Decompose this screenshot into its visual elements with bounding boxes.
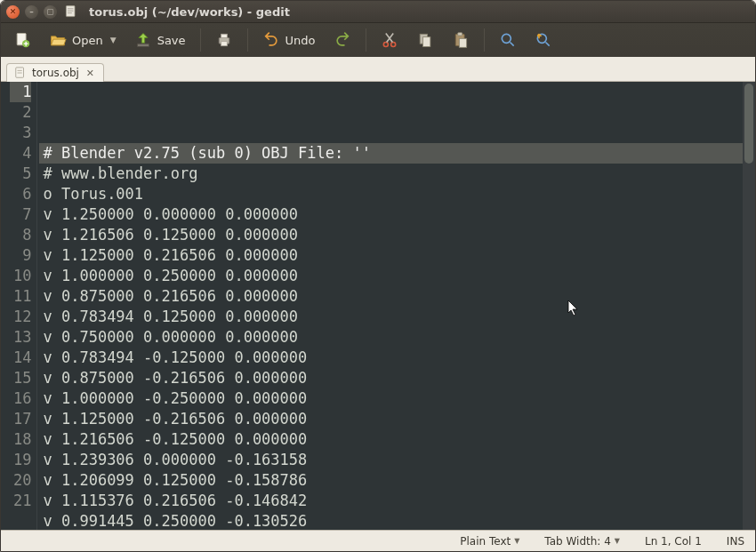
svg-rect-16	[459, 38, 466, 47]
titlebar: ✕ – ▢ torus.obj (~/dev/works) - gedit	[1, 1, 755, 23]
insert-mode-indicator[interactable]: INS	[727, 535, 744, 548]
svg-point-10	[383, 43, 388, 47]
toolbar-separator	[200, 28, 201, 52]
undo-label: Undo	[286, 34, 316, 47]
line-number: 15	[10, 368, 31, 388]
save-icon	[134, 31, 152, 49]
window-minimize-button[interactable]: –	[25, 5, 38, 19]
code-line[interactable]: # www.blender.org	[39, 164, 743, 184]
open-folder-icon	[49, 31, 67, 49]
scrollbar-thumb[interactable]	[744, 84, 753, 164]
save-button[interactable]: Save	[129, 29, 191, 51]
open-button[interactable]: Open ▼	[44, 29, 122, 51]
new-file-icon	[13, 31, 31, 49]
code-line[interactable]: v 0.875000 -0.216506 0.000000	[39, 368, 743, 388]
code-line[interactable]: v 0.991445 0.250000 -0.130526	[39, 511, 743, 530]
line-number-gutter: 123456789101112131415161718192021	[1, 82, 37, 530]
code-line[interactable]: v 1.000000 -0.250000 0.000000	[39, 388, 743, 409]
toolbar-separator	[247, 28, 248, 52]
vertical-scrollbar[interactable]	[743, 82, 755, 530]
code-line[interactable]: v 1.000000 0.250000 0.000000	[39, 266, 743, 286]
code-line[interactable]: v 1.250000 0.000000 0.000000	[39, 204, 743, 225]
line-number: 21	[10, 491, 31, 511]
svg-rect-8	[221, 34, 227, 37]
code-line[interactable]: v 1.239306 0.000000 -0.163158	[39, 450, 743, 470]
line-number: 5	[10, 164, 31, 184]
undo-icon	[262, 31, 280, 49]
line-number: 17	[10, 409, 31, 429]
line-number: 7	[10, 204, 31, 225]
svg-rect-13	[422, 37, 430, 47]
dropdown-arrow-icon: ▼	[615, 537, 620, 545]
tab-width-selector[interactable]: Tab Width: 4 ▼	[544, 535, 620, 548]
line-number: 20	[10, 470, 31, 491]
line-number: 6	[10, 184, 31, 204]
line-number: 19	[10, 450, 31, 470]
open-label: Open	[72, 34, 103, 47]
toolbar: Open ▼ Save Undo	[1, 23, 755, 57]
line-number: 11	[10, 286, 31, 307]
paste-button[interactable]	[446, 29, 475, 51]
code-line[interactable]: v 0.875000 0.216506 0.000000	[39, 286, 743, 307]
svg-rect-15	[457, 33, 462, 36]
code-line[interactable]: v 0.750000 0.000000 0.000000	[39, 327, 743, 348]
app-window: ✕ – ▢ torus.obj (~/dev/works) - gedit Op…	[0, 0, 756, 552]
redo-button[interactable]	[328, 29, 357, 51]
cut-icon	[381, 31, 398, 49]
tab-close-button[interactable]: ✕	[84, 68, 96, 79]
find-replace-button[interactable]	[529, 29, 558, 51]
line-number: 13	[10, 327, 31, 348]
syntax-mode-selector[interactable]: Plain Text ▼	[460, 535, 519, 548]
line-number: 18	[10, 429, 31, 450]
find-replace-icon	[535, 31, 552, 49]
cut-button[interactable]	[375, 29, 404, 51]
cursor-position: Ln 1, Col 1	[645, 535, 702, 548]
svg-point-11	[390, 43, 395, 47]
code-line[interactable]: o Torus.001	[39, 184, 743, 204]
status-bar: Plain Text ▼ Tab Width: 4 ▼ Ln 1, Col 1 …	[1, 530, 755, 551]
svg-point-17	[502, 34, 511, 43]
code-line[interactable]: v 1.216506 -0.125000 0.000000	[39, 429, 743, 450]
line-number: 3	[10, 123, 31, 143]
dropdown-arrow-icon: ▼	[110, 36, 117, 44]
tab-bar: torus.obj ✕	[1, 57, 755, 82]
print-button[interactable]	[210, 29, 238, 51]
svg-rect-9	[221, 42, 227, 46]
code-line[interactable]: v 1.206099 0.125000 -0.158786	[39, 470, 743, 491]
code-line[interactable]: v 1.125000 0.216506 0.000000	[39, 245, 743, 266]
line-number: 8	[10, 225, 31, 245]
code-line[interactable]: v 1.125000 -0.216506 0.000000	[39, 409, 743, 429]
undo-button[interactable]: Undo	[257, 29, 321, 51]
copy-icon	[416, 31, 434, 49]
code-line[interactable]: v 0.783494 -0.125000 0.000000	[39, 348, 743, 368]
syntax-mode-label: Plain Text	[460, 535, 511, 548]
line-number: 16	[10, 388, 31, 409]
line-number: 2	[10, 102, 31, 123]
line-number: 10	[10, 266, 31, 286]
tab-label: torus.obj	[32, 67, 79, 79]
line-number: 14	[10, 348, 31, 368]
window-title: torus.obj (~/dev/works) - gedit	[89, 5, 290, 19]
code-line[interactable]: v 1.216506 0.125000 0.000000	[39, 225, 743, 245]
line-number: 12	[10, 307, 31, 327]
line-number: 4	[10, 143, 31, 164]
code-line[interactable]: # Blender v2.75 (sub 0) OBJ File: ''	[39, 143, 743, 164]
app-icon	[62, 3, 80, 20]
window-close-button[interactable]: ✕	[6, 5, 20, 19]
file-tab[interactable]: torus.obj ✕	[6, 63, 104, 82]
window-maximize-button[interactable]: ▢	[44, 5, 57, 19]
svg-rect-6	[137, 44, 149, 46]
line-number: 1	[10, 82, 31, 102]
line-number: 9	[10, 245, 31, 266]
editor: 123456789101112131415161718192021 # Blen…	[1, 82, 755, 530]
new-file-button[interactable]	[8, 29, 36, 51]
find-button[interactable]	[494, 29, 522, 51]
dropdown-arrow-icon: ▼	[514, 537, 519, 545]
code-area[interactable]: # Blender v2.75 (sub 0) OBJ File: ''# ww…	[37, 82, 743, 530]
code-line[interactable]: v 1.115376 0.216506 -0.146842	[39, 491, 743, 511]
find-icon	[499, 31, 517, 49]
redo-icon	[334, 31, 351, 49]
code-line[interactable]: v 0.783494 0.125000 0.000000	[39, 307, 743, 327]
copy-button[interactable]	[411, 29, 439, 51]
paste-icon	[452, 31, 470, 49]
